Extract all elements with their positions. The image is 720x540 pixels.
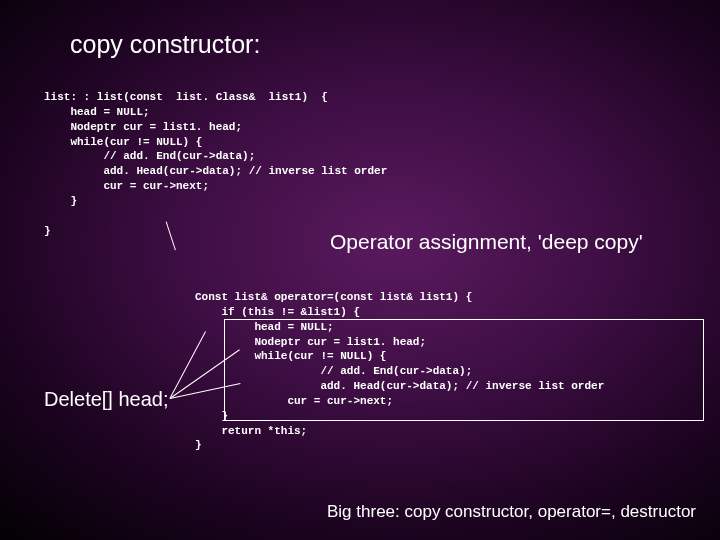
slide-title: copy constructor:: [70, 30, 260, 59]
slide: { "title": "copy constructor:", "code1":…: [0, 0, 720, 540]
delete-head-label: Delete[] head;: [44, 388, 169, 411]
big-three-footer: Big three: copy constructor, operator=, …: [327, 502, 696, 522]
operator-assignment-heading: Operator assignment, 'deep copy': [330, 230, 643, 254]
operator-assignment-code: Const list& operator=(const list& list1)…: [195, 290, 604, 453]
copy-constructor-code: list: : list(const list. Class& list1) {…: [44, 90, 387, 238]
